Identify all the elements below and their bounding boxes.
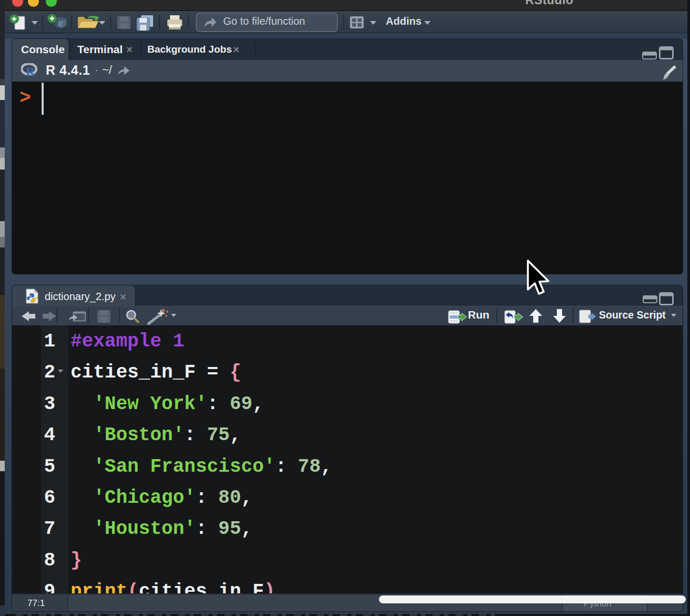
- svg-text:R: R: [57, 19, 63, 28]
- svg-text:R: R: [26, 65, 35, 77]
